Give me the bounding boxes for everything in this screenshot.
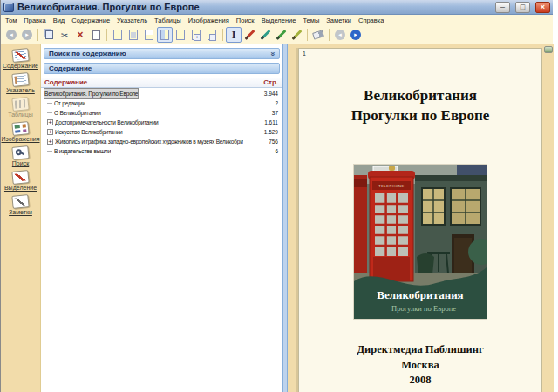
- expand-plus-icon[interactable]: +: [47, 119, 53, 125]
- history-forward-button[interactable]: ►: [19, 27, 35, 43]
- toc-entry-label: Великобритания. Прогулки по Европе: [44, 89, 138, 98]
- nav-previous-icon: ◄: [335, 30, 345, 40]
- title-bar[interactable]: Великобритания. Прогулки по Европе – □ ×: [1, 0, 553, 15]
- layout-split-top-button[interactable]: [141, 27, 157, 43]
- layout-single-button[interactable]: [110, 27, 126, 43]
- text-cursor-icon: I: [232, 30, 236, 40]
- notes-indicator-icon[interactable]: [544, 46, 553, 53]
- sidebar-tab-label: Выделение: [4, 185, 37, 191]
- menu-item-1[interactable]: Правка: [24, 17, 45, 24]
- layout-split-top-icon: [145, 30, 153, 40]
- toc-column-header: Содержание Стр.: [41, 78, 282, 88]
- menu-item-10[interactable]: Заметки: [326, 17, 351, 24]
- toc-entry-page: 1.611: [245, 118, 278, 127]
- menu-item-0[interactable]: Том: [5, 17, 17, 24]
- cover-telephone-sign: TELEPHONE: [378, 184, 405, 188]
- toc-row[interactable]: +Живопись и графика западно-европейских …: [41, 137, 282, 146]
- menu-item-6[interactable]: Изображения: [188, 17, 229, 24]
- tables-icon: [11, 97, 29, 112]
- search-by-contents-header[interactable]: Поиск по содержанию »: [44, 48, 280, 59]
- tree-connector: [47, 112, 52, 113]
- sidebar-tab-label: Изображения: [2, 136, 40, 142]
- sidebar-tab-label: Заметки: [9, 209, 32, 215]
- close-button[interactable]: ×: [535, 2, 550, 13]
- delete-button[interactable]: ×: [72, 27, 88, 43]
- toc-row[interactable]: +Достопримечательности Великобритании1.6…: [41, 118, 282, 127]
- toc-entry-page: 2: [245, 98, 278, 108]
- toc-row[interactable]: От редакции2: [41, 98, 282, 108]
- text-cursor-button[interactable]: I: [226, 27, 242, 43]
- cut-icon: ✂: [61, 30, 68, 40]
- sidebar-tab-highlight[interactable]: Выделение: [4, 171, 37, 191]
- page-area: 1 Великобритания Прогулки по Европе: [288, 44, 554, 392]
- images-icon: [11, 121, 29, 136]
- sidebar-tab-label: Указатель: [6, 87, 35, 93]
- sidebar-tab-label: Таблицы: [8, 112, 33, 118]
- publisher-name: Директмедиа Паблишинг: [299, 342, 541, 358]
- menu-item-7[interactable]: Поиск: [236, 17, 255, 24]
- toc-panel: Поиск по содержанию » Содержание Содержа…: [41, 44, 282, 392]
- toc-row[interactable]: +Искусство Великобритании1.529: [41, 127, 282, 137]
- sidebar-tab-tables[interactable]: Таблицы: [8, 98, 33, 118]
- menu-item-3[interactable]: Содержание: [71, 17, 110, 24]
- toolbar-separator: [329, 29, 330, 41]
- nav-previous-button[interactable]: ◄: [332, 27, 348, 43]
- sidebar-tab-images[interactable]: Изображения: [2, 122, 40, 142]
- pen-red-button[interactable]: [242, 27, 257, 43]
- minimize-button[interactable]: –: [495, 2, 510, 13]
- menu-item-11[interactable]: Справка: [358, 17, 384, 24]
- toolbar-separator: [307, 29, 308, 41]
- book-page: 1 Великобритания Прогулки по Европе: [298, 48, 542, 392]
- toc-entry-label: Искусство Великобритании: [55, 127, 123, 137]
- menu-item-5[interactable]: Таблицы: [154, 17, 181, 24]
- menu-item-8[interactable]: Выделение: [262, 17, 296, 24]
- copy-button[interactable]: [41, 27, 57, 43]
- layout-filled-button[interactable]: [126, 27, 141, 43]
- sidebar-tab-search[interactable]: Поиск: [12, 146, 29, 166]
- toc-entry-label: О Великобритании: [54, 108, 101, 118]
- layout-blank-button[interactable]: [173, 27, 188, 43]
- maximize-button[interactable]: □: [515, 2, 530, 13]
- menu-item-2[interactable]: Вид: [53, 17, 65, 24]
- collapse-chevron-icon[interactable]: »: [268, 51, 276, 56]
- toc-row[interactable]: В издательстве вышли6: [41, 146, 282, 156]
- page-icon: [92, 30, 100, 40]
- pen-green-button[interactable]: [273, 27, 289, 43]
- history-forward-icon: ►: [22, 30, 32, 40]
- notes-icon: [11, 194, 29, 209]
- contents-header[interactable]: Содержание: [44, 63, 280, 74]
- layout-add-button[interactable]: [188, 27, 204, 43]
- nav-next-icon: ►: [350, 30, 361, 40]
- expand-plus-icon[interactable]: +: [47, 139, 53, 145]
- toc-column-page: Стр.: [248, 78, 282, 88]
- menu-item-4[interactable]: Указатель: [117, 17, 147, 24]
- layout-remove-button[interactable]: [204, 27, 220, 43]
- sidebar-tab-contents[interactable]: Содержание: [3, 49, 38, 69]
- sidebar-tab-index[interactable]: Указатель: [6, 73, 35, 93]
- nav-next-button[interactable]: ►: [348, 27, 364, 43]
- toolbar: ◄►✂×I◄►: [1, 26, 553, 44]
- toolbar-separator: [37, 29, 38, 41]
- expand-plus-icon[interactable]: +: [47, 129, 53, 135]
- layout-split-left-button[interactable]: [157, 27, 173, 43]
- window-title: Великобритания. Прогулки по Европе: [17, 2, 490, 12]
- sidebar-tab-notes[interactable]: Заметки: [9, 195, 32, 215]
- toc-row[interactable]: О Великобритании37: [41, 108, 282, 118]
- menu-bar: ТомПравкаВидСодержаниеУказательТаблицыИз…: [1, 15, 553, 26]
- pen-olive-button[interactable]: [289, 27, 304, 43]
- toc-row[interactable]: Великобритания. Прогулки по Европе3.944: [41, 89, 282, 98]
- toc-entry-page: 6: [245, 146, 278, 156]
- book-cover-image: TELEPHONE Великобритания Прогулки по Евр…: [354, 165, 487, 319]
- menu-item-9[interactable]: Темы: [303, 17, 319, 24]
- eraser-button[interactable]: [310, 27, 326, 43]
- toc-entry-page: 37: [245, 108, 278, 118]
- page-button[interactable]: [88, 27, 104, 43]
- toolbar-separator: [222, 29, 223, 41]
- pen-teal-button[interactable]: [257, 27, 273, 43]
- pen-teal-icon: [260, 29, 271, 41]
- layout-remove-icon: [208, 30, 216, 40]
- history-back-button[interactable]: ◄: [3, 27, 19, 43]
- delete-icon: ×: [77, 30, 83, 40]
- pen-red-icon: [244, 29, 255, 41]
- cut-button[interactable]: ✂: [57, 27, 72, 43]
